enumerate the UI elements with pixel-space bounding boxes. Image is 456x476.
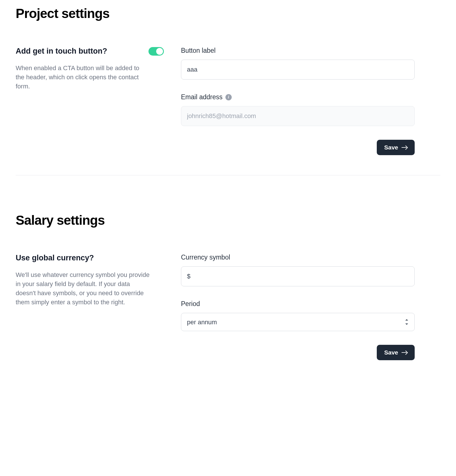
email-label: Email address	[181, 93, 223, 101]
period-select[interactable]: per annum	[181, 313, 415, 331]
save-button-label: Save	[384, 349, 398, 356]
salary-left-column: Use global currency? We'll use whatever …	[16, 254, 164, 360]
period-field: Period per annum	[181, 300, 415, 331]
get-in-touch-description: When enabled a CTA button will be added …	[16, 64, 150, 91]
salary-settings-heading: Salary settings	[16, 212, 440, 228]
currency-symbol-input[interactable]	[181, 266, 415, 286]
get-in-touch-toggle-label: Add get in touch button?	[16, 47, 107, 56]
project-save-button[interactable]: Save	[377, 140, 415, 155]
global-currency-subhead: Use global currency?	[16, 254, 94, 262]
salary-save-button[interactable]: Save	[377, 345, 415, 360]
project-settings-section: Project settings Add get in touch button…	[16, 6, 440, 175]
arrow-right-icon	[402, 351, 407, 355]
button-label-input[interactable]	[181, 60, 415, 80]
email-input	[181, 106, 415, 126]
global-currency-description: We'll use whatever currency symbol you p…	[16, 270, 150, 307]
arrow-right-icon	[402, 145, 407, 149]
save-button-label: Save	[384, 144, 398, 151]
period-label: Period	[181, 300, 200, 308]
email-field: Email address	[181, 93, 415, 126]
button-label-field: Button label	[181, 47, 415, 80]
get-in-touch-toggle[interactable]	[148, 47, 164, 56]
currency-symbol-field: Currency symbol	[181, 254, 415, 286]
project-left-column: Add get in touch button? When enabled a …	[16, 47, 164, 155]
project-right-column: Button label Email address Save	[181, 47, 415, 155]
salary-settings-section: Salary settings Use global currency? We'…	[16, 175, 440, 380]
button-label-label: Button label	[181, 47, 215, 54]
project-settings-heading: Project settings	[16, 6, 440, 21]
toggle-knob	[156, 48, 163, 55]
currency-symbol-label: Currency symbol	[181, 254, 230, 261]
salary-right-column: Currency symbol Period per annum Save	[181, 254, 415, 360]
info-icon[interactable]	[225, 94, 232, 100]
